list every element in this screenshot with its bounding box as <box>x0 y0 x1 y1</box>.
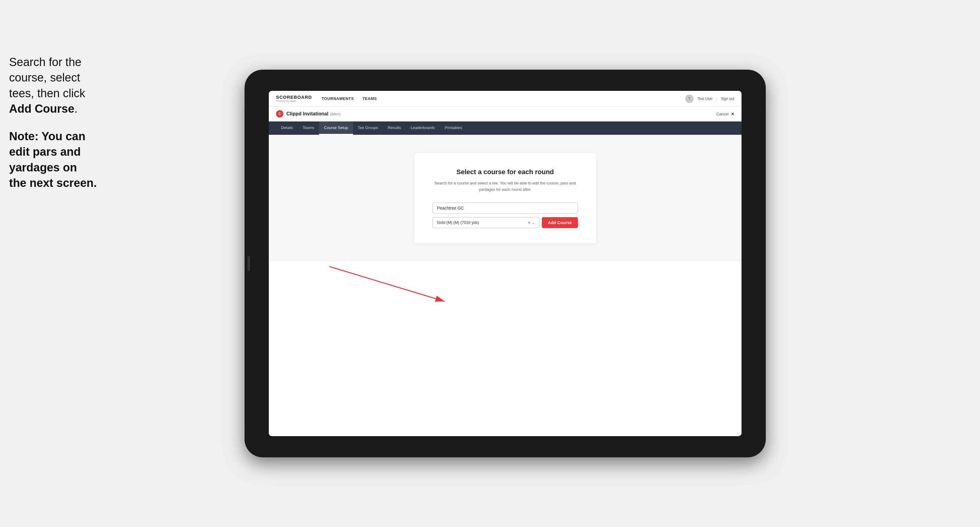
logo-sub: Powered by clippd <box>276 100 312 102</box>
instructions-panel: Search for the course, select tees, then… <box>9 54 97 203</box>
main-content: Select a course for each round Search fo… <box>269 135 741 261</box>
instruction-text: Search for the course, select tees, then… <box>9 54 97 117</box>
tab-bar: Details Teams Course Setup Tee Groups Re… <box>269 121 741 135</box>
add-course-button[interactable]: Add Course <box>542 217 578 228</box>
tab-printables[interactable]: Printables <box>440 121 467 135</box>
cancel-button[interactable]: Cancel ✕ <box>716 112 734 116</box>
svg-line-1 <box>329 267 445 302</box>
user-label: Test User <box>697 97 713 101</box>
card-title: Select a course for each round <box>433 168 578 176</box>
tab-teams[interactable]: Teams <box>298 121 319 135</box>
tab-leaderboards[interactable]: Leaderboards <box>406 121 440 135</box>
nav-teams[interactable]: TEAMS <box>363 95 377 102</box>
tablet-frame: SCOREBOARD Powered by clippd TOURNAMENTS… <box>245 70 766 457</box>
navbar: SCOREBOARD Powered by clippd TOURNAMENTS… <box>269 91 741 106</box>
tournament-title: Clippd Invitational <box>286 111 328 117</box>
tee-value: Gold (M) (M) (7010 yds) <box>437 220 479 225</box>
course-search-input[interactable]: Peachtree GC <box>433 203 578 214</box>
tab-results[interactable]: Results <box>383 121 406 135</box>
tab-tee-groups[interactable]: Tee Groups <box>353 121 383 135</box>
tablet-side-button <box>248 256 250 271</box>
tab-details[interactable]: Details <box>276 121 298 135</box>
tournament-header: C Clippd Invitational (Men) Cancel ✕ <box>269 106 741 121</box>
card-subtitle: Search for a course and select a tee. Yo… <box>433 180 578 193</box>
logo-text: SCOREBOARD <box>276 95 312 99</box>
pipe-separator: | <box>716 97 717 101</box>
navbar-right: T Test User | Sign out <box>685 95 734 103</box>
instruction-bold: Add Course <box>9 102 74 115</box>
tablet-screen: SCOREBOARD Powered by clippd TOURNAMENTS… <box>269 91 741 436</box>
tournament-icon: C <box>276 110 283 117</box>
tee-select[interactable]: Gold (M) (M) (7010 yds) × ⌄ <box>433 217 539 228</box>
tee-row: Gold (M) (M) (7010 yds) × ⌄ Add Course <box>433 217 578 228</box>
nav-links: TOURNAMENTS TEAMS <box>321 95 377 102</box>
tournament-subtitle: (Men) <box>330 112 340 116</box>
course-card: Select a course for each round Search fo… <box>414 153 596 243</box>
note-text: Note: You can edit pars and yardages on … <box>9 129 97 191</box>
cancel-x-icon: ✕ <box>731 112 734 116</box>
sign-out-link[interactable]: Sign out <box>721 97 734 101</box>
tee-dropdown-icon[interactable]: ⌄ <box>532 221 535 225</box>
tee-controls: × ⌄ <box>528 220 535 225</box>
logo-area: SCOREBOARD Powered by clippd <box>276 95 312 102</box>
user-avatar: T <box>685 95 694 103</box>
tee-clear-btn[interactable]: × <box>528 220 530 225</box>
nav-tournaments[interactable]: TOURNAMENTS <box>321 95 354 102</box>
tab-course-setup[interactable]: Course Setup <box>319 121 353 135</box>
